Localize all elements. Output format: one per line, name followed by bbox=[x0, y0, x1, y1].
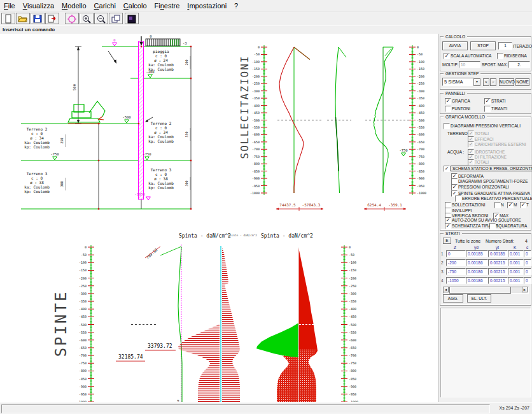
strati-cell[interactable]: 0.00186 bbox=[466, 277, 488, 284]
strati-cell[interactable]: 0.00215 bbox=[488, 268, 508, 275]
soil-layer-text: ka: Coulomb bbox=[148, 134, 174, 139]
ruler-tick-label: -850 bbox=[79, 377, 87, 381]
gm-diagrammi-pressioni-verticali-checkbox[interactable] bbox=[444, 123, 450, 129]
save-button[interactable] bbox=[31, 13, 45, 24]
el-ult-button[interactable]: EL. ULT. bbox=[467, 294, 491, 303]
gm-m-checkbox[interactable]: ✓ bbox=[507, 202, 514, 208]
nome-button[interactable]: NOME bbox=[515, 78, 529, 86]
open-file-button[interactable] bbox=[16, 13, 30, 24]
zoom-out-button[interactable] bbox=[94, 13, 108, 24]
side-panel: CALCOLOAVVIASTOP1ITERAZIONE✓SCALA AUTOMA… bbox=[438, 34, 532, 402]
pannelli-tiranti-checkbox[interactable] bbox=[484, 106, 491, 112]
strati-cell[interactable]: 0.00215 bbox=[488, 277, 508, 284]
ruler-tick-label: -750 bbox=[417, 155, 424, 159]
gm-pressioni-orizzontali-checkbox[interactable]: ✓ bbox=[451, 184, 458, 190]
menu-item-visualizza[interactable]: Visualizza bbox=[19, 1, 58, 11]
ruler-tick-label: -300 bbox=[349, 292, 356, 296]
agg-button[interactable]: AGG. bbox=[443, 294, 463, 303]
menu-item-[interactable]: ? bbox=[230, 1, 242, 11]
strati-row-number: 4 bbox=[441, 278, 444, 283]
strati-cell[interactable]: 0 bbox=[524, 268, 531, 275]
gm-errore-relativo-percentuale-checkbox[interactable] bbox=[455, 196, 461, 202]
moment-min-value: -57843.3 bbox=[302, 203, 321, 207]
strati-cell[interactable]: -200 bbox=[446, 259, 466, 266]
strati-cell[interactable]: 0.001 bbox=[508, 259, 524, 266]
gm-schema-statico-e-press-orizzontali-checkbox[interactable]: ✓ bbox=[444, 166, 450, 172]
menu-item-file[interactable]: File bbox=[0, 1, 19, 11]
nuovo-button[interactable]: NUOVO bbox=[499, 78, 514, 86]
strati-cell[interactable]: 0.001 bbox=[508, 268, 524, 275]
menu-item-modello[interactable]: Modello bbox=[58, 1, 90, 11]
layer-height-label: 550 bbox=[185, 131, 188, 137]
selection-target-button[interactable] bbox=[65, 13, 79, 24]
soil-layer-text: ka: Coulomb bbox=[148, 62, 174, 67]
ruler-tick-label: -700 bbox=[79, 353, 87, 357]
moltip-field[interactable]: 10 bbox=[459, 61, 480, 68]
step-select[interactable]: 5 SISMA bbox=[442, 78, 474, 86]
strati-cell[interactable]: -750 bbox=[446, 268, 466, 275]
pannelli-strati-checkbox[interactable]: ✓ bbox=[484, 98, 491, 104]
spost-max-field[interactable]: 2. bbox=[508, 61, 530, 68]
strati-cell[interactable]: 0 bbox=[524, 250, 531, 257]
strati-cell[interactable]: 0.00215 bbox=[488, 259, 508, 266]
step-prev-button[interactable]: < bbox=[483, 78, 489, 86]
spost-max-label: SPOST. MAX: bbox=[482, 62, 508, 67]
strati-cell[interactable]: -1050 bbox=[446, 277, 466, 284]
soil-layer-text: kp: Coulomb bbox=[24, 189, 50, 194]
strati-e-button[interactable]: E bbox=[443, 238, 451, 244]
iterazione-field[interactable]: 1 bbox=[498, 42, 512, 50]
ruler-tick-label: -500 bbox=[349, 323, 356, 327]
strati-col-header: Z bbox=[454, 245, 456, 250]
gm-pressioni-orizzontali-label: PRESSIONI ORIZZONTALI bbox=[458, 185, 509, 189]
gm-schema-statico-e-press-orizzontali-label: SCHEMA STATICO E PRESS. ORIZZONTALI bbox=[451, 166, 532, 171]
pannelli-grafica-label: GRAFICA bbox=[452, 99, 470, 103]
strati-cell[interactable]: 0 bbox=[524, 277, 531, 284]
export-button[interactable] bbox=[45, 13, 59, 24]
step-next-button[interactable]: > bbox=[490, 78, 496, 86]
strati-cell[interactable]: 0.00186 bbox=[466, 268, 488, 275]
drawing-canvas[interactable]: -30500pioggiac : 0ø : 24ka: Coulombkp: C… bbox=[0, 34, 438, 402]
new-file-button[interactable] bbox=[1, 13, 15, 24]
layer-height-label: 250 bbox=[60, 138, 64, 143]
menu-item-carichi[interactable]: Carichi bbox=[90, 1, 120, 11]
strati-cell[interactable]: 0.001 bbox=[508, 277, 524, 284]
pannelli-grafica-checkbox[interactable]: ✓ bbox=[445, 98, 451, 104]
menu-item-impostazioni[interactable]: Impostazioni bbox=[183, 1, 230, 11]
ruler-tick-label: -100 bbox=[79, 261, 87, 264]
render-view-icon bbox=[127, 14, 137, 24]
gm-t-checkbox[interactable]: ✓ bbox=[520, 202, 526, 208]
stop-button[interactable]: STOP bbox=[470, 41, 496, 50]
moment-diagram: 74437.5-57843.3 bbox=[276, 47, 323, 211]
render-view-button[interactable] bbox=[125, 13, 139, 24]
menu-item-finestre[interactable]: Finestre bbox=[151, 1, 184, 11]
strati-cell[interactable]: 0 bbox=[446, 250, 466, 257]
status-bar: Xs 294 Zs -207 bbox=[0, 402, 532, 414]
soil-layer-label: Terreno 2c : 0ø : 34ka: Coulombkp: Coulo… bbox=[148, 121, 174, 144]
ruler-tick-label: -150 bbox=[79, 268, 87, 272]
soll-ruler-left: 0-50-100-150-200-250-300-350-400-450-500… bbox=[250, 45, 267, 195]
ridisegna-checkbox[interactable] bbox=[497, 53, 503, 59]
scala-automatica-checkbox[interactable]: ✓ bbox=[444, 53, 450, 59]
cascade-windows-button[interactable] bbox=[109, 13, 123, 24]
ruler-tick-label: -950 bbox=[417, 184, 424, 188]
strati-cell[interactable]: 0.00185 bbox=[488, 250, 508, 257]
strati-scroll-left-button[interactable]: ◄ bbox=[443, 287, 449, 292]
strati-cell[interactable]: 0.00185 bbox=[466, 250, 488, 257]
ruler-tick-label: -350 bbox=[79, 299, 87, 303]
gm-schematizza-tiranti-checkbox[interactable]: ✓ bbox=[445, 223, 451, 229]
ruler-tick-label: -750 bbox=[79, 361, 87, 365]
gm-squadratura-checkbox[interactable] bbox=[489, 223, 496, 229]
strati-cell[interactable]: 0.00186 bbox=[466, 259, 488, 266]
pannelli-puntoni-checkbox[interactable] bbox=[445, 106, 451, 112]
strati-cell[interactable]: 0 bbox=[524, 259, 531, 266]
avvia-button[interactable]: AVVIA bbox=[442, 41, 468, 50]
step-select-arrow-button[interactable]: ▼ bbox=[473, 78, 480, 86]
soil-layer-text: ø : 34 bbox=[154, 130, 168, 134]
pressure-diagram-active-passive: Spinta - daN/cm^2 bbox=[256, 233, 318, 402]
zoom-in-button[interactable] bbox=[80, 13, 94, 24]
menu-item-calcolo[interactable]: Calcolo bbox=[120, 1, 151, 11]
strati-scroll-thumb[interactable] bbox=[449, 287, 511, 294]
strati-cell[interactable]: 0.001 bbox=[508, 250, 524, 257]
gm-n-checkbox[interactable] bbox=[494, 202, 501, 208]
strati-scroll-right-button[interactable]: ► bbox=[522, 287, 528, 292]
